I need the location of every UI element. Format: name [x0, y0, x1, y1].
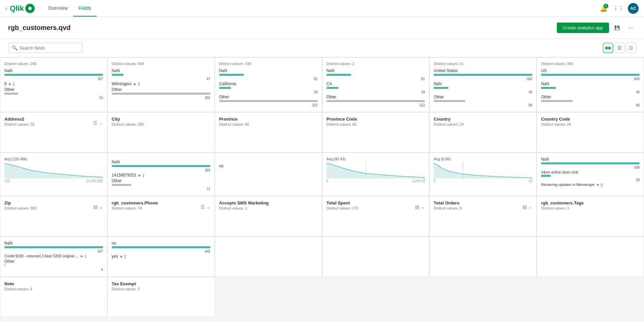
field-distinct: Distinct values: 55 — [4, 122, 34, 126]
field-card-empty — [429, 236, 537, 277]
min-val: 135 — [4, 179, 10, 183]
field-distinct: Distinct values: 1 — [219, 206, 269, 210]
field-actions[interactable]: ▤ ⌄ — [415, 204, 425, 210]
max-val: 19 — [529, 179, 532, 183]
page-actions: Create analytics app 💾 ⋯ — [557, 22, 636, 33]
sort-icon[interactable]: ☰ — [201, 204, 205, 210]
field-card: Distinct values: 21 United States 300 Na… — [429, 57, 537, 112]
field-distinct: Distinct values: 270 — [327, 206, 359, 210]
chevron-icon[interactable]: ⌄ — [421, 204, 425, 210]
fields-grid: Distinct values: 256 NaN 387 92 Other 53… — [0, 57, 644, 317]
field-distinct: Distinct values: 393 — [541, 62, 640, 66]
apps-grid-button[interactable]: ⋮⋮ — [613, 3, 624, 14]
field-card-tags: rgb_customers.Tags Distinct values: 3 — [537, 196, 644, 236]
table-view-button[interactable]: ☷ — [626, 43, 636, 53]
field-distinct: Distinct values: 74 — [112, 206, 158, 210]
sort-icon[interactable]: ☰ — [93, 120, 98, 126]
field-name: Accepts SMS Marketing — [219, 200, 269, 205]
field-card-empty — [537, 236, 644, 277]
field-name: Country Code — [541, 117, 571, 122]
page-header: rgb_customers.qvd Create analytics app 💾… — [0, 17, 644, 39]
field-actions[interactable]: ☰ ⌄ — [201, 204, 210, 210]
chevron-icon[interactable]: ⌄ — [99, 204, 103, 210]
field-value: NaN — [4, 68, 103, 73]
chevron-icon[interactable]: ⌄ — [206, 204, 210, 210]
search-input[interactable] — [20, 45, 78, 51]
field-card-zip: Zip Distinct values: 383 ▤ ⌄ — [0, 196, 107, 236]
field-name: Province — [219, 117, 249, 122]
create-analytics-app-button[interactable]: Create analytics app — [557, 23, 609, 33]
max-val: 1,044.33 — [412, 179, 425, 183]
field-distinct: Distinct values: 438 — [219, 62, 318, 66]
fields-container: Distinct values: 256 NaN 387 92 Other 53… — [0, 57, 644, 322]
field-distinct: Distinct values: 256 — [4, 62, 103, 66]
nav-tabs: Overview Fields — [43, 0, 97, 17]
chart-icon[interactable]: ▤ — [93, 204, 98, 210]
field-card-note: Note Distinct values: 6 — [0, 277, 107, 317]
field-distinct: Distinct values: 3 — [541, 206, 584, 210]
field-name: Zip — [4, 200, 36, 205]
toolbar: 🔍 ■■ ☰ ☷ — [0, 39, 644, 57]
min-val: 0 — [327, 179, 329, 183]
field-distinct: Distinct values: 21 — [434, 62, 532, 66]
logo-text: Qlik — [10, 4, 24, 13]
chart-icon[interactable]: ▤ — [415, 204, 419, 210]
field-card-city: City Distinct values: 360 — [107, 112, 215, 153]
field-card-tax-values: no 440 yes2 — [107, 236, 215, 277]
logo-icon-inner — [28, 7, 32, 10]
back-button[interactable]: ‹ — [5, 5, 7, 11]
header-right: 🔔 1 ⋮⋮ AC — [598, 3, 639, 14]
field-card: Distinct values: 256 NaN 387 92 Other 53 — [0, 57, 107, 112]
field-name: rgb_customers.Tags — [541, 200, 584, 205]
field-name: Address2 — [4, 117, 34, 122]
field-distinct: Distinct values: 24 — [541, 122, 571, 126]
chevron-icon[interactable]: ⌄ — [528, 204, 532, 210]
notifications-button[interactable]: 🔔 1 — [598, 3, 609, 14]
save-icon[interactable]: 💾 — [612, 22, 622, 33]
notif-badge: 1 — [604, 4, 608, 8]
field-distinct: Distinct values: 383 — [4, 206, 36, 210]
field-card-orders-chart: Avg (0.95) 0 19 — [429, 153, 537, 196]
field-actions[interactable]: ▤ ⌄ — [93, 204, 103, 210]
field-card-phone: rgb_customers.Phone Distinct values: 74 … — [107, 196, 215, 236]
field-name: rgb_customers.Phone — [112, 200, 158, 205]
avatar[interactable]: AC — [628, 3, 639, 14]
field-card: Distinct values: 408 NaN 47 Wilmington3 … — [107, 57, 215, 112]
field-card-empty — [322, 236, 430, 277]
field-distinct: Distinct values: 2 — [327, 62, 425, 66]
grid-view-button[interactable]: ■■ — [603, 43, 613, 53]
chevron-icon[interactable]: ⌄ — [99, 120, 103, 126]
tab-overview[interactable]: Overview — [43, 0, 73, 17]
field-card: Distinct values: 438 NaN 81 California 3… — [215, 57, 322, 112]
field-name: Total Spent — [327, 200, 359, 205]
field-card-spent-chart: Avg (90.43) 0 1,044.33 — [322, 153, 430, 196]
page-title: rgb_customers.qvd — [8, 24, 71, 32]
field-distinct: Distinct values: 360 — [112, 122, 144, 126]
field-actions[interactable]: ☰ ⌄ — [93, 120, 103, 126]
list-view-button[interactable]: ☰ — [614, 43, 624, 53]
field-card-tags-values: NaN 398 Inbox online store chat 39 Recei… — [537, 153, 644, 196]
field-distinct: Distinct values: 24 — [434, 122, 464, 126]
field-card-note-values: NaN 437 Credit $100 - returned 2 Atari 5… — [0, 236, 107, 277]
search-box[interactable]: 🔍 — [8, 43, 82, 53]
field-distinct: Distinct values: 66 — [219, 122, 249, 126]
tab-fields[interactable]: Fields — [73, 0, 96, 17]
field-name: Tax Exempt — [112, 281, 140, 286]
logo: Qlik — [10, 4, 35, 13]
field-name: Note — [4, 281, 32, 286]
svg-marker-1 — [327, 163, 425, 179]
field-card-province-code: Province Code Distinct values: 66 — [322, 112, 430, 153]
min-val: 0 — [434, 179, 436, 183]
field-card-empty — [215, 236, 322, 277]
more-options-icon[interactable]: ⋯ — [625, 22, 636, 33]
avg-label: Avg (120.48k) — [4, 157, 103, 161]
field-card-total-orders: Total Orders Distinct values: 6 ▤ ⌄ — [429, 196, 537, 236]
field-card: Distinct values: 393 US 300 NaN 46 Other… — [537, 57, 644, 112]
chart-icon[interactable]: ▤ — [522, 204, 527, 210]
field-name: Province Code — [327, 117, 357, 122]
field-actions[interactable]: ▤ ⌄ — [522, 204, 532, 210]
field-distinct: Distinct values: 66 — [327, 122, 357, 126]
chart-area — [327, 162, 425, 179]
field-card-country: Country Distinct values: 24 — [429, 112, 537, 153]
field-name: City — [112, 117, 144, 122]
